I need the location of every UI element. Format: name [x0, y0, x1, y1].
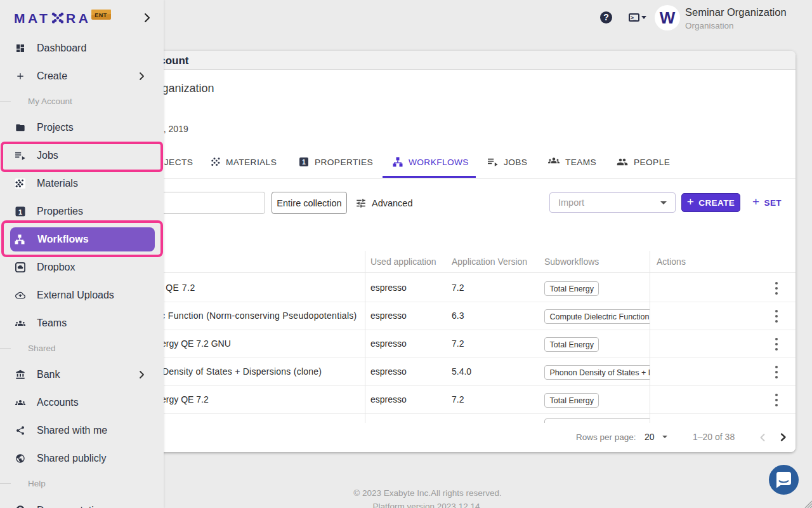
svg-text:1: 1 — [302, 158, 306, 166]
svg-text:RA: RA — [66, 11, 91, 25]
svg-text:1: 1 — [18, 208, 22, 216]
svg-text:ENT: ENT — [95, 12, 107, 18]
svg-text:MAT: MAT — [14, 11, 50, 25]
